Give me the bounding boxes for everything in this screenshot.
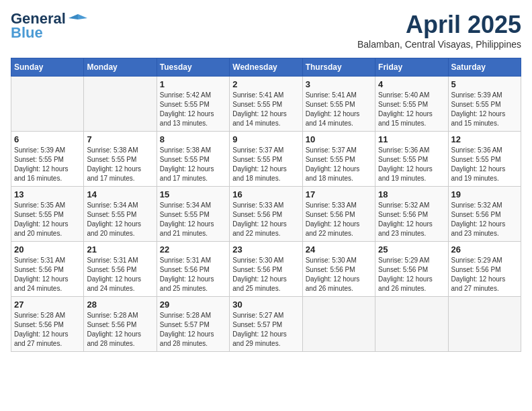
svg-marker-1 (69, 14, 78, 19)
day-info: Sunrise: 5:38 AM Sunset: 5:55 PM Dayligh… (160, 146, 226, 183)
calendar-cell (84, 77, 157, 132)
calendar-cell: 30Sunrise: 5:27 AM Sunset: 5:57 PM Dayli… (230, 297, 302, 352)
day-info: Sunrise: 5:41 AM Sunset: 5:55 PM Dayligh… (232, 91, 299, 128)
calendar-cell: 17Sunrise: 5:33 AM Sunset: 5:56 PM Dayli… (302, 187, 375, 242)
day-number: 25 (378, 244, 445, 255)
header: General Blue April 2025 Balamban, Centra… (11, 11, 521, 50)
calendar-cell: 22Sunrise: 5:31 AM Sunset: 5:56 PM Dayli… (157, 242, 229, 297)
weekday-header-friday: Friday (375, 58, 448, 77)
day-info: Sunrise: 5:28 AM Sunset: 5:56 PM Dayligh… (14, 311, 81, 349)
calendar-cell: 1Sunrise: 5:42 AM Sunset: 5:55 PM Daylig… (157, 77, 229, 132)
day-number: 17 (306, 189, 372, 199)
weekday-header-sunday: Sunday (11, 58, 84, 77)
day-info: Sunrise: 5:28 AM Sunset: 5:56 PM Dayligh… (87, 311, 153, 349)
day-info: Sunrise: 5:32 AM Sunset: 5:56 PM Dayligh… (451, 201, 518, 238)
day-info: Sunrise: 5:29 AM Sunset: 5:56 PM Dayligh… (378, 256, 445, 293)
day-info: Sunrise: 5:31 AM Sunset: 5:56 PM Dayligh… (87, 256, 153, 293)
day-info: Sunrise: 5:27 AM Sunset: 5:57 PM Dayligh… (232, 311, 299, 349)
title-area: April 2025 Balamban, Central Visayas, Ph… (357, 11, 521, 50)
calendar-cell (375, 297, 448, 352)
calendar-cell: 7Sunrise: 5:38 AM Sunset: 5:55 PM Daylig… (84, 132, 157, 187)
logo: General Blue (11, 11, 87, 42)
calendar-cell: 4Sunrise: 5:40 AM Sunset: 5:55 PM Daylig… (375, 77, 448, 132)
day-info: Sunrise: 5:42 AM Sunset: 5:55 PM Dayligh… (160, 91, 226, 128)
day-info: Sunrise: 5:41 AM Sunset: 5:55 PM Dayligh… (306, 91, 372, 128)
calendar-week-3: 13Sunrise: 5:35 AM Sunset: 5:55 PM Dayli… (11, 187, 521, 242)
day-number: 22 (160, 244, 226, 255)
day-number: 30 (232, 300, 299, 310)
calendar-week-2: 6Sunrise: 5:39 AM Sunset: 5:55 PM Daylig… (11, 132, 521, 187)
calendar-table: SundayMondayTuesdayWednesdayThursdayFrid… (11, 58, 521, 352)
calendar-week-1: 1Sunrise: 5:42 AM Sunset: 5:55 PM Daylig… (11, 77, 521, 132)
day-info: Sunrise: 5:31 AM Sunset: 5:56 PM Dayligh… (160, 256, 226, 293)
calendar-cell: 12Sunrise: 5:36 AM Sunset: 5:55 PM Dayli… (448, 132, 521, 187)
day-number: 16 (232, 189, 299, 199)
calendar-cell: 8Sunrise: 5:38 AM Sunset: 5:55 PM Daylig… (157, 132, 229, 187)
weekday-header-monday: Monday (84, 58, 157, 77)
calendar-cell: 19Sunrise: 5:32 AM Sunset: 5:56 PM Dayli… (448, 187, 521, 242)
day-number: 1 (160, 79, 226, 89)
day-number: 2 (232, 79, 299, 89)
calendar-cell: 16Sunrise: 5:33 AM Sunset: 5:56 PM Dayli… (230, 187, 302, 242)
day-number: 24 (306, 244, 372, 255)
day-info: Sunrise: 5:34 AM Sunset: 5:55 PM Dayligh… (160, 201, 226, 238)
calendar-cell: 6Sunrise: 5:39 AM Sunset: 5:55 PM Daylig… (11, 132, 84, 187)
day-number: 27 (14, 300, 81, 310)
weekday-header-saturday: Saturday (448, 58, 521, 77)
day-number: 14 (87, 189, 153, 199)
calendar-week-4: 20Sunrise: 5:31 AM Sunset: 5:56 PM Dayli… (11, 242, 521, 297)
calendar-cell: 25Sunrise: 5:29 AM Sunset: 5:56 PM Dayli… (375, 242, 448, 297)
day-number: 28 (87, 300, 153, 310)
calendar-cell: 5Sunrise: 5:39 AM Sunset: 5:55 PM Daylig… (448, 77, 521, 132)
day-info: Sunrise: 5:40 AM Sunset: 5:55 PM Dayligh… (378, 91, 445, 128)
calendar-cell: 27Sunrise: 5:28 AM Sunset: 5:56 PM Dayli… (11, 297, 84, 352)
day-info: Sunrise: 5:30 AM Sunset: 5:56 PM Dayligh… (232, 256, 299, 293)
calendar-cell: 10Sunrise: 5:37 AM Sunset: 5:55 PM Dayli… (302, 132, 375, 187)
day-number: 19 (451, 189, 518, 199)
calendar-cell: 2Sunrise: 5:41 AM Sunset: 5:55 PM Daylig… (230, 77, 302, 132)
calendar-cell: 24Sunrise: 5:30 AM Sunset: 5:56 PM Dayli… (302, 242, 375, 297)
day-info: Sunrise: 5:39 AM Sunset: 5:55 PM Dayligh… (451, 91, 518, 128)
calendar-cell: 9Sunrise: 5:37 AM Sunset: 5:55 PM Daylig… (230, 132, 302, 187)
day-info: Sunrise: 5:33 AM Sunset: 5:56 PM Dayligh… (306, 201, 372, 238)
calendar-week-5: 27Sunrise: 5:28 AM Sunset: 5:56 PM Dayli… (11, 297, 521, 352)
logo-blue: Blue (11, 24, 43, 42)
location-subtitle: Balamban, Central Visayas, Philippines (357, 39, 521, 50)
day-number: 9 (232, 134, 299, 144)
calendar-header-row: SundayMondayTuesdayWednesdayThursdayFrid… (11, 58, 521, 77)
day-number: 4 (378, 79, 445, 89)
calendar-cell (11, 77, 84, 132)
calendar-cell: 3Sunrise: 5:41 AM Sunset: 5:55 PM Daylig… (302, 77, 375, 132)
calendar-cell: 20Sunrise: 5:31 AM Sunset: 5:56 PM Dayli… (11, 242, 84, 297)
day-number: 11 (378, 134, 445, 144)
day-number: 13 (14, 189, 81, 199)
day-info: Sunrise: 5:37 AM Sunset: 5:55 PM Dayligh… (232, 146, 299, 183)
svg-marker-0 (78, 14, 87, 19)
day-info: Sunrise: 5:30 AM Sunset: 5:56 PM Dayligh… (306, 256, 372, 293)
day-number: 18 (378, 189, 445, 199)
calendar-cell: 18Sunrise: 5:32 AM Sunset: 5:56 PM Dayli… (375, 187, 448, 242)
day-number: 20 (14, 244, 81, 255)
day-number: 12 (451, 134, 518, 144)
calendar-cell: 23Sunrise: 5:30 AM Sunset: 5:56 PM Dayli… (230, 242, 302, 297)
day-number: 29 (160, 300, 226, 310)
day-number: 23 (232, 244, 299, 255)
day-info: Sunrise: 5:36 AM Sunset: 5:55 PM Dayligh… (378, 146, 445, 183)
calendar-cell: 15Sunrise: 5:34 AM Sunset: 5:55 PM Dayli… (157, 187, 229, 242)
day-number: 8 (160, 134, 226, 144)
logo-bird-icon (69, 11, 87, 26)
day-info: Sunrise: 5:33 AM Sunset: 5:56 PM Dayligh… (232, 201, 299, 238)
calendar-cell: 26Sunrise: 5:29 AM Sunset: 5:56 PM Dayli… (448, 242, 521, 297)
weekday-header-thursday: Thursday (302, 58, 375, 77)
calendar-cell (302, 297, 375, 352)
day-number: 3 (306, 79, 372, 89)
day-info: Sunrise: 5:37 AM Sunset: 5:55 PM Dayligh… (306, 146, 372, 183)
day-info: Sunrise: 5:38 AM Sunset: 5:55 PM Dayligh… (87, 146, 153, 183)
day-info: Sunrise: 5:31 AM Sunset: 5:56 PM Dayligh… (14, 256, 81, 293)
calendar-cell: 14Sunrise: 5:34 AM Sunset: 5:55 PM Dayli… (84, 187, 157, 242)
day-info: Sunrise: 5:35 AM Sunset: 5:55 PM Dayligh… (14, 201, 81, 238)
day-info: Sunrise: 5:32 AM Sunset: 5:56 PM Dayligh… (378, 201, 445, 238)
day-number: 10 (306, 134, 372, 144)
day-info: Sunrise: 5:39 AM Sunset: 5:55 PM Dayligh… (14, 146, 81, 183)
weekday-header-tuesday: Tuesday (157, 58, 229, 77)
